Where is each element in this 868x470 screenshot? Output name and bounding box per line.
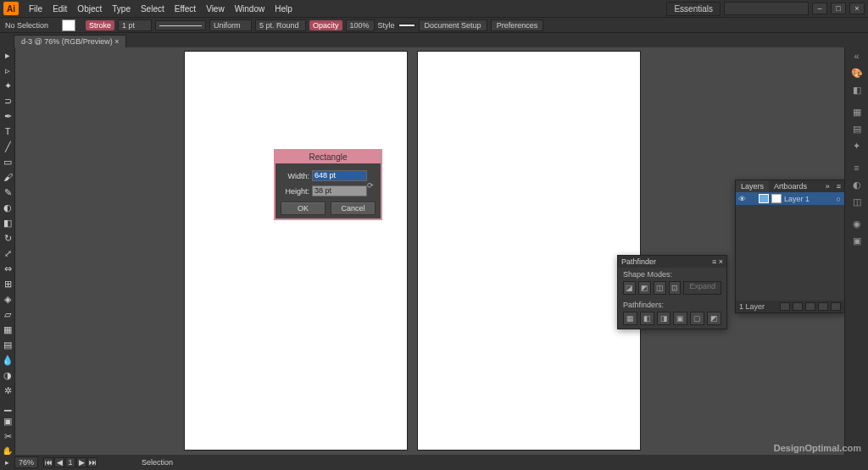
appearance-panel-icon[interactable]: ◉ — [845, 215, 868, 232]
paintbrush-tool[interactable]: 🖌 — [0, 169, 15, 185]
last-artboard-icon[interactable]: ⏭ — [87, 457, 97, 467]
rotate-tool[interactable]: ↻ — [0, 230, 15, 246]
next-artboard-icon[interactable]: ▶ — [76, 457, 86, 467]
canvas[interactable]: Rectangle Width: 648 pt ⟳ Height: 38 pt … — [15, 47, 844, 455]
type-tool[interactable]: T — [0, 124, 15, 139]
selection-tool[interactable]: ▸ — [0, 47, 15, 63]
trim-button[interactable]: ◧ — [640, 312, 654, 325]
stroke-panel-icon[interactable]: ≡ — [845, 159, 868, 176]
stroke-uniform[interactable]: Uniform — [209, 19, 252, 31]
panel-collapse-icon[interactable]: » — [822, 180, 833, 192]
workspace-switcher[interactable]: Essentials — [666, 2, 721, 16]
graph-tool[interactable]: ▁ — [0, 398, 15, 413]
intersect-button[interactable]: ◫ — [654, 281, 666, 295]
document-setup-button[interactable]: Document Setup — [419, 19, 487, 31]
gradient-panel-icon[interactable]: ◐ — [845, 176, 868, 193]
pencil-tool[interactable]: ✎ — [0, 185, 15, 200]
graphic-styles-icon[interactable]: ▣ — [845, 232, 868, 249]
layers-tab[interactable]: Layers — [736, 180, 769, 192]
search-input[interactable] — [724, 2, 809, 15]
color-guide-icon[interactable]: ◧ — [845, 81, 868, 98]
eyedropper-tool[interactable]: 💧 — [0, 352, 15, 368]
cancel-button[interactable]: Cancel — [331, 202, 376, 215]
artboard-2[interactable] — [418, 52, 640, 450]
brushes-panel-icon[interactable]: ▤ — [845, 120, 868, 137]
minus-back-button[interactable]: ◩ — [707, 312, 721, 325]
menu-help[interactable]: Help — [270, 3, 298, 15]
artboard-1[interactable] — [185, 52, 407, 450]
menu-view[interactable]: View — [201, 3, 230, 15]
line-tool[interactable]: ╱ — [0, 139, 15, 154]
menu-window[interactable]: Window — [230, 3, 270, 15]
symbol-sprayer-tool[interactable]: ✲ — [0, 383, 15, 398]
artboard-tool[interactable]: ▣ — [0, 413, 15, 429]
menu-effect[interactable]: Effect — [170, 3, 201, 15]
zoom-field[interactable]: 76% — [14, 456, 38, 468]
locate-object-icon[interactable] — [780, 302, 790, 311]
visibility-toggle-icon[interactable]: 👁 — [736, 195, 748, 203]
divide-button[interactable]: ▦ — [623, 312, 637, 325]
sb-expand-icon[interactable]: ▸ — [5, 458, 9, 467]
exclude-button[interactable]: ⊡ — [669, 281, 682, 295]
outline-button[interactable]: ▢ — [690, 312, 704, 325]
eraser-tool[interactable]: ◧ — [0, 215, 15, 230]
menu-edit[interactable]: Edit — [47, 3, 72, 15]
tab-close-icon[interactable]: × — [114, 37, 119, 46]
artboards-tab[interactable]: Artboards — [769, 180, 812, 192]
opacity-field[interactable]: 100% — [346, 19, 375, 31]
stroke-weight-field[interactable]: 1 pt — [118, 19, 152, 31]
transparency-panel-icon[interactable]: ◫ — [845, 193, 868, 210]
lasso-tool[interactable]: ⊃ — [0, 93, 15, 108]
perspective-tool[interactable]: ▱ — [0, 307, 15, 322]
free-transform-tool[interactable]: ⊞ — [0, 276, 15, 291]
layer-name[interactable]: Layer 1 — [784, 195, 810, 203]
swatches-panel-icon[interactable]: ▦ — [845, 103, 868, 120]
close-button[interactable]: × — [849, 3, 865, 14]
menu-type[interactable]: Type — [107, 3, 136, 15]
new-layer-icon[interactable] — [818, 302, 828, 311]
blend-tool[interactable]: ◑ — [0, 368, 15, 383]
expand-panels-icon[interactable]: « — [845, 47, 868, 64]
slice-tool[interactable]: ✂ — [0, 429, 15, 444]
scale-tool[interactable]: ⤢ — [0, 246, 15, 261]
panel-menu-icon[interactable]: ≡ × — [712, 257, 723, 266]
direct-selection-tool[interactable]: ▹ — [0, 63, 15, 78]
prev-artboard-icon[interactable]: ◀ — [54, 457, 64, 467]
gradient-tool[interactable]: ▤ — [0, 337, 15, 352]
width-input[interactable]: 648 pt — [312, 170, 367, 181]
fill-swatch[interactable] — [62, 19, 75, 31]
mesh-tool[interactable]: ▦ — [0, 322, 15, 337]
menu-select[interactable]: Select — [136, 3, 170, 15]
magic-wand-tool[interactable]: ✦ — [0, 78, 15, 93]
ok-button[interactable]: OK — [281, 202, 326, 215]
brush-field[interactable]: 5 pt. Round — [255, 19, 306, 31]
artboard-number[interactable]: 1 — [65, 457, 75, 467]
new-sublayer-icon[interactable] — [805, 302, 815, 311]
pen-tool[interactable]: ✒ — [0, 108, 15, 124]
preferences-button[interactable]: Preferences — [491, 19, 544, 31]
first-artboard-icon[interactable]: ⏮ — [43, 457, 53, 467]
stroke-profile[interactable] — [155, 20, 206, 30]
shape-builder-tool[interactable]: ◈ — [0, 291, 15, 307]
style-swatch[interactable] — [398, 24, 415, 27]
width-tool[interactable]: ⇔ — [0, 261, 15, 276]
link-icon[interactable]: ⟳ — [367, 181, 374, 190]
panel-menu-icon[interactable]: ≡ — [833, 180, 844, 192]
symbols-panel-icon[interactable]: ✦ — [845, 137, 868, 154]
crop-button[interactable]: ▣ — [673, 312, 687, 325]
unite-button[interactable]: ◪ — [623, 281, 636, 295]
delete-layer-icon[interactable] — [831, 302, 841, 311]
color-panel-icon[interactable]: 🎨 — [845, 64, 868, 81]
rectangle-tool[interactable]: ▭ — [0, 154, 15, 169]
blob-brush-tool[interactable]: ◐ — [0, 200, 15, 215]
make-clipping-mask-icon[interactable] — [793, 302, 803, 311]
minus-front-button[interactable]: ◩ — [638, 281, 651, 295]
height-input[interactable]: 38 pt — [312, 185, 367, 196]
target-icon[interactable]: ○ — [837, 195, 841, 203]
maximize-button[interactable]: □ — [831, 3, 846, 14]
menu-object[interactable]: Object — [72, 3, 107, 15]
document-tab[interactable]: d-3 @ 76% (RGB/Preview) × — [14, 35, 126, 47]
minimize-button[interactable]: – — [812, 3, 827, 14]
merge-button[interactable]: ◨ — [657, 312, 671, 325]
layer-row[interactable]: 👁 Layer 1 ○ — [736, 192, 844, 205]
